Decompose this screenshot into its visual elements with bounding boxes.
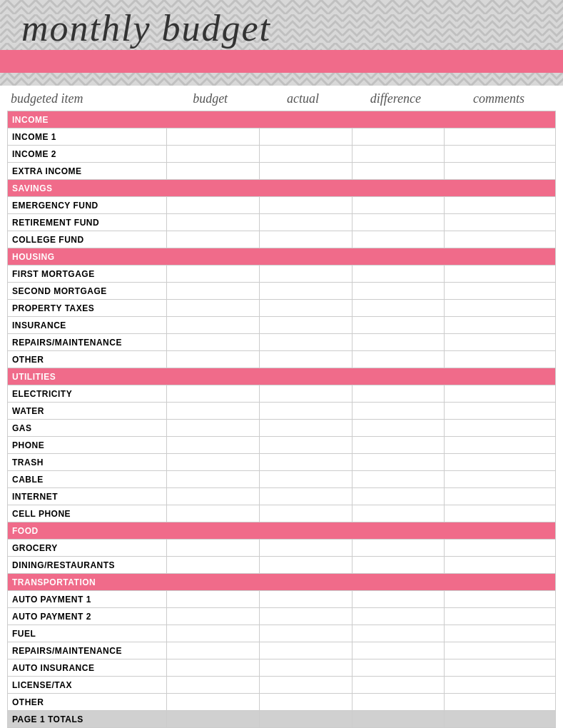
row-comments[interactable] xyxy=(445,608,556,625)
row-actual[interactable] xyxy=(259,266,352,283)
row-actual[interactable] xyxy=(259,642,352,659)
row-comments[interactable] xyxy=(445,677,556,694)
row-comments[interactable] xyxy=(445,231,556,248)
row-actual[interactable] xyxy=(259,420,352,437)
row-comments[interactable] xyxy=(445,163,556,180)
row-difference xyxy=(352,694,445,711)
row-actual[interactable] xyxy=(259,197,352,214)
row-actual[interactable] xyxy=(259,454,352,471)
table-row: EXTRA INCOME xyxy=(8,163,556,180)
row-budget[interactable] xyxy=(167,557,260,574)
row-budget[interactable] xyxy=(167,334,260,351)
row-label: RETIREMENT FUND xyxy=(8,214,167,231)
row-actual[interactable] xyxy=(259,231,352,248)
row-actual[interactable] xyxy=(259,557,352,574)
row-budget[interactable] xyxy=(167,454,260,471)
row-budget[interactable] xyxy=(167,128,260,146)
row-budget[interactable] xyxy=(167,659,260,677)
row-budget[interactable] xyxy=(167,437,260,454)
row-budget[interactable] xyxy=(167,471,260,488)
row-comments[interactable] xyxy=(445,197,556,214)
row-budget[interactable] xyxy=(167,283,260,300)
row-comments[interactable] xyxy=(445,505,556,522)
row-comments[interactable] xyxy=(445,403,556,420)
row-budget[interactable] xyxy=(167,163,260,180)
row-comments[interactable] xyxy=(445,454,556,471)
row-label: ELECTRICITY xyxy=(8,385,167,403)
row-comments[interactable] xyxy=(445,317,556,334)
row-budget[interactable] xyxy=(167,540,260,557)
row-comments[interactable] xyxy=(445,642,556,659)
row-label: INTERNET xyxy=(8,488,167,505)
row-comments[interactable] xyxy=(445,437,556,454)
row-actual[interactable] xyxy=(259,351,352,368)
row-budget[interactable] xyxy=(167,403,260,420)
row-budget[interactable] xyxy=(167,317,260,334)
row-comments[interactable] xyxy=(445,471,556,488)
row-comments[interactable] xyxy=(445,351,556,368)
row-actual[interactable] xyxy=(259,300,352,317)
row-label: REPAIRS/MAINTENANCE xyxy=(8,334,167,351)
row-actual[interactable] xyxy=(259,488,352,505)
row-comments[interactable] xyxy=(445,625,556,642)
row-budget[interactable] xyxy=(167,625,260,642)
row-budget[interactable] xyxy=(167,351,260,368)
row-budget[interactable] xyxy=(167,642,260,659)
row-comments[interactable] xyxy=(445,488,556,505)
row-budget[interactable] xyxy=(167,146,260,163)
row-comments[interactable] xyxy=(445,659,556,677)
row-comments[interactable] xyxy=(445,694,556,711)
row-actual[interactable] xyxy=(259,163,352,180)
row-budget[interactable] xyxy=(167,677,260,694)
row-budget[interactable] xyxy=(167,591,260,608)
row-comments[interactable] xyxy=(445,214,556,231)
row-label: REPAIRS/MAINTENANCE xyxy=(8,642,167,659)
table-row: SECOND MORTGAGE xyxy=(8,283,556,300)
row-actual[interactable] xyxy=(259,146,352,163)
row-comments[interactable] xyxy=(445,283,556,300)
table-row: CABLE xyxy=(8,471,556,488)
row-comments[interactable] xyxy=(445,385,556,403)
row-actual[interactable] xyxy=(259,128,352,146)
row-comments[interactable] xyxy=(445,420,556,437)
row-budget[interactable] xyxy=(167,505,260,522)
row-actual[interactable] xyxy=(259,591,352,608)
row-comments[interactable] xyxy=(445,334,556,351)
row-actual[interactable] xyxy=(259,608,352,625)
row-label: CELL PHONE xyxy=(8,505,167,522)
row-actual[interactable] xyxy=(259,625,352,642)
row-budget[interactable] xyxy=(167,385,260,403)
row-comments[interactable] xyxy=(445,557,556,574)
row-comments[interactable] xyxy=(445,591,556,608)
row-actual[interactable] xyxy=(259,283,352,300)
row-budget[interactable] xyxy=(167,214,260,231)
row-budget[interactable] xyxy=(167,420,260,437)
row-difference xyxy=(352,625,445,642)
row-actual[interactable] xyxy=(259,403,352,420)
row-actual[interactable] xyxy=(259,659,352,677)
table-row: TRASH xyxy=(8,454,556,471)
row-actual[interactable] xyxy=(259,334,352,351)
row-budget[interactable] xyxy=(167,197,260,214)
row-actual[interactable] xyxy=(259,540,352,557)
table-row: AUTO INSURANCE xyxy=(8,659,556,677)
row-comments[interactable] xyxy=(445,540,556,557)
row-comments[interactable] xyxy=(445,128,556,146)
row-actual[interactable] xyxy=(259,677,352,694)
row-comments[interactable] xyxy=(445,300,556,317)
row-budget[interactable] xyxy=(167,300,260,317)
row-budget[interactable] xyxy=(167,231,260,248)
row-comments[interactable] xyxy=(445,146,556,163)
row-actual[interactable] xyxy=(259,317,352,334)
row-actual[interactable] xyxy=(259,694,352,711)
row-budget[interactable] xyxy=(167,488,260,505)
row-budget[interactable] xyxy=(167,694,260,711)
row-budget[interactable] xyxy=(167,608,260,625)
row-actual[interactable] xyxy=(259,385,352,403)
row-actual[interactable] xyxy=(259,214,352,231)
row-actual[interactable] xyxy=(259,505,352,522)
row-actual[interactable] xyxy=(259,437,352,454)
row-actual[interactable] xyxy=(259,471,352,488)
row-comments[interactable] xyxy=(445,266,556,283)
row-budget[interactable] xyxy=(167,266,260,283)
